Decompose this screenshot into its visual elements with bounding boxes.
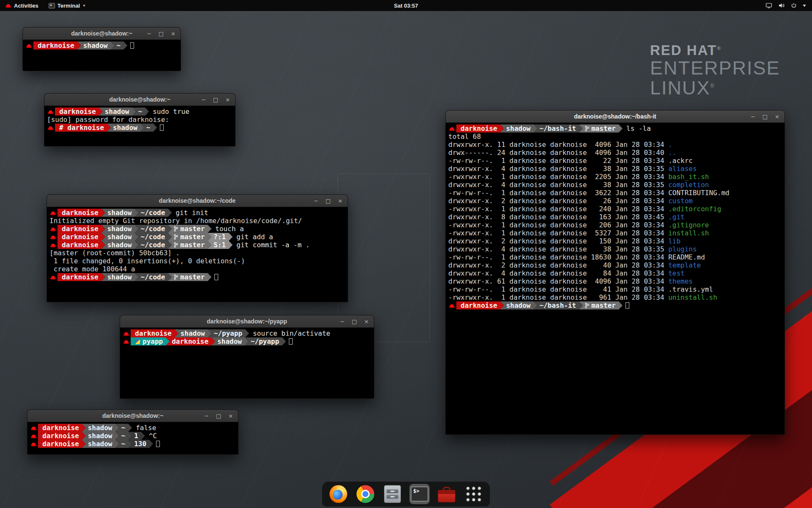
- terminal-text: -rwxrwxr-x. 1 darknoise darknoise 961 Ja…: [448, 293, 668, 301]
- dock-firefox[interactable]: [328, 484, 348, 504]
- prompt-segment-user: darknoise: [456, 301, 504, 309]
- close-button[interactable]: ×: [775, 114, 779, 119]
- window-titlebar[interactable]: darknoise@shadow:~ − □ ×: [44, 94, 235, 106]
- maximize-button[interactable]: □: [326, 198, 331, 204]
- drawer-slot: [387, 495, 398, 499]
- command-text: false: [132, 424, 156, 432]
- screen-icon[interactable]: [765, 3, 772, 8]
- prompt-segment-user: darknoise: [58, 225, 105, 233]
- minimize-button[interactable]: −: [147, 31, 151, 36]
- maximize-button[interactable]: □: [213, 97, 218, 102]
- terminal-window[interactable]: darknoise@shadow:~ − □ × darknoiseshadow…: [44, 93, 236, 146]
- terminal-content[interactable]: darknoiseshadow~sudo true[sudo] password…: [44, 106, 235, 133]
- maximize-button[interactable]: □: [352, 319, 357, 324]
- brand-linux: LINUX®: [650, 78, 780, 98]
- command-text: git init: [172, 209, 208, 217]
- minimize-button[interactable]: −: [201, 97, 206, 102]
- prompt-segment-user: darknoise: [58, 273, 105, 281]
- terminal-text: drwxrwxr-x. 4 darknoise darknoise 38 Jan…: [448, 245, 668, 253]
- terminal-window[interactable]: darknoise@shadow:~/pyapp − □ × darknoise…: [120, 315, 374, 399]
- file-name: custom: [668, 197, 693, 205]
- maximize-button[interactable]: □: [216, 413, 221, 419]
- terminal-text: README.md: [668, 253, 705, 261]
- terminal-line: darknoiseshadow~/codemastertouch a: [49, 225, 345, 233]
- terminal-line: pyappdarknoiseshadow~/pyapp: [123, 337, 371, 345]
- prompt-segment-host: shadow: [82, 440, 119, 448]
- minimize-button[interactable]: −: [751, 114, 755, 119]
- prompt-segment-host: shadow: [102, 241, 139, 249]
- dock-chrome[interactable]: [355, 484, 376, 504]
- prompt-segment-user: darknoise: [131, 329, 178, 337]
- prompt-segment-path: ~/code: [135, 273, 172, 281]
- prompt-segment-git: master: [168, 225, 211, 233]
- prompt-segment-path: ~/code: [135, 225, 172, 233]
- terminal-line: drwxrwxr-x. 4 darknoise darknoise 38 Jan…: [448, 165, 782, 173]
- terminal-content[interactable]: darknoiseshadow~/codegit initInitialized…: [47, 207, 348, 283]
- window-titlebar[interactable]: darknoise@shadow:~ − □ ×: [27, 410, 238, 422]
- prompt-segment-host: shadow: [102, 225, 139, 233]
- terminal-text: drwxrwxr-x. 2 darknoise darknoise 40 Jan…: [448, 261, 668, 269]
- terminal-window[interactable]: darknoise@shadow:~ − □ × darknoiseshadow…: [27, 409, 239, 455]
- terminal-window[interactable]: darknoise@shadow:~/code − □ × darknoises…: [47, 194, 348, 302]
- close-button[interactable]: ×: [338, 198, 343, 204]
- redhat-prompt-icon: [50, 273, 56, 281]
- terminal-text: drwxrwxr-x. 4 darknoise darknoise 84 Jan…: [448, 269, 668, 277]
- close-button[interactable]: ×: [364, 319, 369, 324]
- maximize-button[interactable]: □: [763, 114, 768, 119]
- prompt-segment-user: darknoise: [33, 41, 81, 50]
- prompt-segment-host: shadow: [500, 124, 538, 133]
- minimize-button[interactable]: −: [314, 198, 318, 204]
- maximize-button[interactable]: □: [159, 31, 164, 36]
- minimize-button[interactable]: −: [204, 413, 209, 419]
- redhat-logo-icon: [5, 3, 11, 8]
- close-button[interactable]: ×: [171, 31, 176, 36]
- window-titlebar[interactable]: darknoise@shadow:~/pyapp − □ ×: [120, 315, 374, 328]
- minimize-button[interactable]: −: [340, 319, 345, 324]
- dock-terminal[interactable]: $>: [409, 484, 430, 504]
- terminal-line: -rw-rw-r--. 1 darknoise darknoise 41 Jan…: [448, 285, 782, 293]
- file-name: aliases: [668, 165, 697, 173]
- terminal-window[interactable]: darknoise@shadow:~/bash-it − □ × darknoi…: [445, 110, 785, 435]
- terminal-content[interactable]: darknoiseshadow~: [23, 40, 181, 51]
- terminal-line: darknoiseshadow~/codegit init: [49, 209, 345, 217]
- dock-files[interactable]: [382, 484, 403, 504]
- prompt-segment-host: shadow: [102, 273, 139, 281]
- file-name: plugins: [668, 245, 697, 253]
- system-status-area[interactable]: [762, 0, 809, 11]
- window-controls: − □ ×: [201, 94, 230, 105]
- file-name: .git: [668, 213, 685, 221]
- power-icon[interactable]: [791, 3, 797, 8]
- close-button[interactable]: ×: [225, 97, 230, 102]
- prompt-segment-host: shadow: [211, 337, 249, 345]
- window-titlebar[interactable]: darknoise@shadow:~ − □ ×: [23, 28, 181, 40]
- terminal-content[interactable]: darknoiseshadow~/pyappsource bin/activat…: [120, 328, 374, 347]
- terminal-text: drwxrwxr-x. 4 darknoise darknoise 38 Jan…: [448, 165, 668, 173]
- clock[interactable]: Sat 03:57: [390, 0, 422, 11]
- terminal-cursor: [156, 441, 160, 447]
- registered-mark: ®: [710, 83, 715, 89]
- window-titlebar[interactable]: darknoise@shadow:~/code − □ ×: [47, 195, 348, 207]
- terminal-text: drwxrwxr-x. 61 darknoise darknoise 4096 …: [448, 277, 668, 285]
- window-title: darknoise@shadow:~: [109, 96, 170, 103]
- terminal-cursor: [289, 338, 293, 345]
- volume-icon[interactable]: [778, 3, 785, 8]
- window-controls: − □ ×: [147, 28, 176, 39]
- close-button[interactable]: ×: [228, 413, 233, 419]
- dock-toolbox[interactable]: [436, 484, 457, 504]
- window-titlebar[interactable]: darknoise@shadow:~/bash-it − □ ×: [446, 110, 785, 123]
- redhat-prompt-icon: [123, 329, 129, 337]
- app-menu-terminal[interactable]: Terminal ▼: [44, 0, 91, 11]
- terminal-window[interactable]: darknoise@shadow:~ − □ × darknoiseshadow…: [22, 27, 181, 71]
- toolbox-lid: [438, 490, 455, 494]
- app-menu-label: Terminal: [58, 3, 80, 9]
- terminal-text: drwxrwxr-x. 2 darknoise darknoise 150 Ja…: [448, 237, 668, 245]
- prompt-segment-host: shadow: [175, 329, 212, 337]
- command-text: source bin/activate: [249, 329, 330, 337]
- dock-app-grid[interactable]: [464, 484, 484, 504]
- prompt-segment-path: ~/pyapp: [208, 329, 249, 337]
- activities-button[interactable]: Activities: [0, 0, 44, 11]
- terminal-content[interactable]: darknoiseshadow~/bash-itmasterls -latota…: [446, 123, 785, 311]
- prompt-segment-user: darknoise: [38, 432, 86, 440]
- terminal-content[interactable]: darknoiseshadow~falsedarknoiseshadow~1^C…: [27, 422, 238, 450]
- file-name: template: [668, 261, 701, 269]
